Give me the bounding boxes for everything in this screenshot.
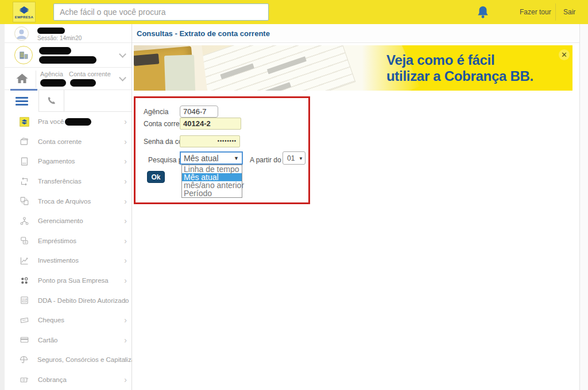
- sidebar-menu: Pra você Conta corrente Pagamentos: [5, 112, 131, 389]
- brand-label: EMPRESA: [15, 15, 33, 19]
- close-icon[interactable]: ✕: [559, 49, 570, 60]
- sidebar-item-label: Gerenciamento: [38, 217, 83, 224]
- sidebar-item-label: Seguros, Consórcios e Capitalização: [37, 356, 146, 363]
- loan-icon: [19, 236, 29, 246]
- chevron-right-icon: [124, 375, 127, 384]
- scrollbar-track[interactable]: [579, 24, 588, 390]
- org-chart-icon: [19, 216, 29, 226]
- divider: [36, 71, 36, 88]
- fazer-tour-link[interactable]: Fazer tour: [520, 8, 551, 16]
- line-chart-icon: [19, 255, 29, 266]
- session-timer: Sessão: 14min20: [37, 35, 82, 41]
- option-mes-atual[interactable]: Mês atual: [182, 173, 242, 181]
- redacted-agencia-value: [40, 79, 66, 87]
- sidebar-item-label: Cheques: [38, 317, 64, 323]
- banner-headline: Veja como é fácil utilizar a Cobrança BB…: [386, 52, 533, 84]
- page: EMPRESA Fazer tour Sair Sessão: 14min20: [0, 0, 588, 390]
- file-exchange-icon: [19, 196, 29, 206]
- sidebar-item-label: DDA - Debito Direto Autorizado: [38, 297, 129, 304]
- dia-select[interactable]: 01 ▼: [283, 151, 305, 165]
- agencia-input[interactable]: 7046-7: [180, 106, 218, 118]
- tab-spacer: [64, 90, 131, 112]
- user-summary[interactable]: Sessão: 14min20: [5, 24, 131, 43]
- svg-text:DDA: DDA: [22, 298, 27, 301]
- company-icon: [14, 46, 33, 64]
- sidebar-item-label: Investimentos: [38, 257, 79, 264]
- topbar: EMPRESA Fazer tour Sair: [0, 0, 588, 24]
- chevron-right-icon: [124, 177, 127, 186]
- sidebar-item-gerenciamento[interactable]: Gerenciamento: [5, 211, 131, 231]
- agencia-label: Agência: [144, 108, 168, 116]
- search-input[interactable]: [53, 3, 269, 21]
- sidebar-item-dda[interactable]: DDA DDA - Debito Direto Autorizado: [5, 290, 131, 310]
- company-selector[interactable]: [5, 43, 131, 68]
- sidebar-item-investimentos[interactable]: Investimentos: [5, 251, 131, 271]
- sair-link[interactable]: Sair: [563, 8, 575, 16]
- sidebar-item-label: Cobrança: [38, 376, 67, 383]
- conta-corrente-input[interactable]: 40124-2: [180, 118, 241, 130]
- chevron-right-icon: [124, 117, 127, 126]
- sidebar-item-transferencias[interactable]: Transferências: [5, 171, 131, 192]
- sidebar-item-troca-de-arquivos[interactable]: Troca de Arquivos: [5, 191, 131, 211]
- sidebar-item-label: Transferências: [38, 178, 82, 185]
- cheque-icon: [19, 315, 29, 325]
- chevron-right-icon: [124, 276, 127, 285]
- conta-corrente-label: Conta corrente: [69, 71, 111, 77]
- chevron-right-icon: [124, 137, 127, 146]
- option-mes-ano-anterior[interactable]: mês/ano anterior: [182, 181, 242, 189]
- sidebar-item-cheques[interactable]: Cheques: [5, 310, 131, 330]
- sidebar-tabs: [5, 90, 131, 112]
- tab-menu[interactable]: [5, 90, 39, 112]
- chevron-right-icon: [124, 296, 127, 305]
- pesquisa-por-value: Mês atual: [184, 154, 219, 163]
- sidebar-item-ponto[interactable]: Ponto pra Sua Empresa: [5, 271, 131, 291]
- chevron-down-icon: [119, 50, 126, 57]
- redacted-company-line2: [39, 56, 96, 64]
- option-periodo[interactable]: Período: [182, 189, 242, 197]
- transfer-arrows-icon: [19, 176, 29, 186]
- topbar-divider: [555, 3, 556, 21]
- chevron-right-icon: [124, 216, 127, 225]
- promo-banner: Veja como é fácil utilizar a Cobrança BB…: [134, 45, 572, 91]
- tab-phone[interactable]: [39, 90, 64, 112]
- dots-grid-icon: [19, 275, 29, 286]
- bb-logo-icon: [18, 5, 30, 15]
- sidebar-item-label: Pagamentos: [38, 158, 75, 165]
- sidebar-item-label: Ponto pra Sua Empresa: [38, 277, 109, 284]
- senha-input[interactable]: ••••••••: [180, 135, 240, 147]
- banknote-icon: [19, 375, 29, 385]
- notification-bell-icon[interactable]: [477, 5, 489, 20]
- page-header: Consultas - Extrato de conta corrente: [132, 24, 579, 43]
- option-linha-de-tempo[interactable]: Linha de tempo: [182, 165, 242, 173]
- sidebar-item-seguros[interactable]: Seguros, Consórcios e Capitalização: [5, 350, 131, 370]
- redacted-user-name: [37, 28, 65, 34]
- pesquisa-por-dropdown: Linha de tempo Mês atual mês/ano anterio…: [181, 165, 242, 198]
- barcode-doc-icon: [19, 156, 29, 166]
- sidebar-item-label: Conta corrente: [38, 138, 82, 145]
- sidebar-item-cartao[interactable]: Cartão: [5, 330, 131, 350]
- main-content: Consultas - Extrato de conta corrente Ve…: [132, 24, 579, 390]
- chevron-right-icon: [124, 256, 127, 265]
- hamburger-icon: [16, 95, 28, 107]
- chevron-right-icon: [124, 336, 127, 345]
- chevron-down-icon: [119, 74, 126, 81]
- redacted-suffix: [65, 118, 91, 126]
- select-arrow-icon: ▼: [234, 155, 239, 161]
- bb-logo[interactable]: EMPRESA: [13, 2, 36, 22]
- sidebar-item-pagamentos[interactable]: Pagamentos: [5, 151, 131, 171]
- pesquisa-por-select[interactable]: Mês atual ▼: [180, 151, 243, 165]
- sidebar-item-label: Pra você: [38, 118, 91, 126]
- account-selector[interactable]: Agência Conta corrente: [5, 68, 131, 90]
- sidebar-item-emprestimos[interactable]: Empréstimos: [5, 231, 131, 251]
- sidebar-item-label: Empréstimos: [38, 237, 76, 244]
- sidebar-item-cobranca[interactable]: Cobrança: [5, 370, 131, 390]
- ok-button[interactable]: Ok: [147, 171, 165, 183]
- select-arrow-icon: ▼: [299, 156, 303, 161]
- chevron-right-icon: [124, 236, 127, 245]
- sidebar: Sessão: 14min20 Agência: [5, 24, 132, 390]
- sidebar-item-conta-corrente[interactable]: Conta corrente: [5, 132, 131, 152]
- page-title: Consultas - Extrato de conta corrente: [137, 29, 270, 38]
- home-icon: [15, 72, 29, 85]
- redacted-company-line1: [39, 47, 71, 54]
- sidebar-item-pra-voce[interactable]: Pra você: [5, 112, 131, 132]
